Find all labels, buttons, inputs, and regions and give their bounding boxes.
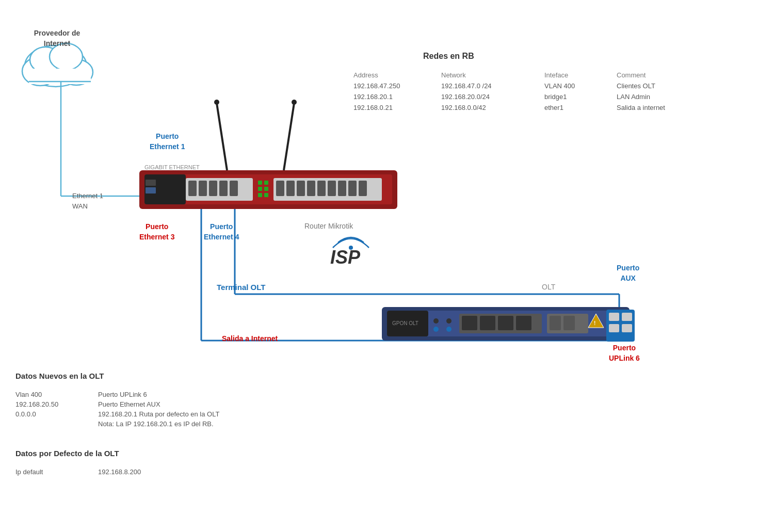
router-mikrotik-label: Router Mikrotik <box>304 222 353 230</box>
puerto-ethernet1-label: Puerto Ethernet 1 <box>150 132 185 152</box>
terminal-olt-label: Terminal OLT <box>217 283 265 292</box>
net-row1-network: 192.168.47.0 /24 <box>439 80 542 91</box>
datos-nuevos-label-3 <box>15 420 88 428</box>
svg-rect-34 <box>359 181 367 196</box>
svg-rect-22 <box>264 187 268 191</box>
puerto-aux-label: Puerto AUX <box>617 263 639 283</box>
svg-text:GPON OLT: GPON OLT <box>392 320 418 326</box>
svg-rect-21 <box>258 187 262 191</box>
diagram-area: GIGABIT ETHERNET GPON OLT <box>0 0 774 532</box>
net-row1-comment: Clientes OLT <box>614 80 717 91</box>
svg-rect-27 <box>286 181 295 196</box>
svg-rect-32 <box>338 181 346 196</box>
datos-nuevos-title: Datos Nuevos en la OLT <box>15 372 219 380</box>
svg-line-35 <box>217 103 227 170</box>
svg-rect-18 <box>230 181 238 196</box>
svg-rect-67 <box>609 313 619 321</box>
redes-en-rb-title: Redes en RB <box>423 52 474 61</box>
svg-rect-60 <box>516 316 531 330</box>
svg-rect-50 <box>387 311 428 336</box>
svg-point-52 <box>433 318 439 324</box>
svg-rect-62 <box>550 316 561 330</box>
svg-rect-59 <box>498 316 513 330</box>
svg-rect-66 <box>606 310 635 342</box>
net-row2-address: 192.168.20.1 <box>351 91 439 102</box>
salida-internet-label: Salida a Internet <box>222 334 278 343</box>
svg-rect-24 <box>264 193 268 197</box>
datos-nuevos-label-0: Vlan 400 <box>15 391 88 398</box>
svg-rect-20 <box>264 181 268 185</box>
svg-rect-58 <box>480 316 495 330</box>
datos-nuevos-value-1: Puerto Ethernet AUX <box>98 400 219 408</box>
svg-rect-63 <box>563 316 575 330</box>
cloud-label: Proveedor de Internet <box>20 28 94 49</box>
net-row2-comment: LAN Admin <box>614 91 717 102</box>
net-header-interface: Inteface <box>542 70 614 80</box>
puerto-ethernet3-label: Puerto Ethernet 3 <box>139 222 174 242</box>
net-row3-network: 192.168.0.0/42 <box>439 102 542 113</box>
svg-point-3 <box>30 47 61 73</box>
puerto-uplink6-label: Puerto UPLink 6 <box>609 343 640 363</box>
datos-defecto-title: Datos por Defecto de la OLT <box>15 449 141 458</box>
net-row1-address: 192.168.47.250 <box>351 80 439 91</box>
svg-rect-49 <box>387 311 624 336</box>
svg-rect-28 <box>297 181 305 196</box>
datos-defecto-label-0: Ip default <box>15 468 88 476</box>
svg-rect-26 <box>276 181 284 196</box>
datos-nuevos-label-2: 0.0.0.0 <box>15 410 88 418</box>
svg-rect-31 <box>328 181 336 196</box>
svg-point-55 <box>446 327 452 332</box>
datos-defecto-value-0: 192.168.8.200 <box>98 468 141 476</box>
isp-label: ISP <box>330 247 360 268</box>
svg-rect-61 <box>547 314 588 333</box>
net-header-network: Network <box>439 70 542 80</box>
svg-rect-68 <box>622 313 632 321</box>
svg-point-1 <box>22 57 58 86</box>
svg-rect-30 <box>317 181 326 196</box>
svg-rect-39 <box>146 180 156 186</box>
net-row2-interface: bridge1 <box>542 91 614 102</box>
svg-rect-16 <box>209 181 217 196</box>
svg-point-54 <box>446 318 452 324</box>
net-row1-interface: VLAN 400 <box>542 80 614 91</box>
svg-text:!: ! <box>594 320 595 326</box>
svg-rect-29 <box>307 181 315 196</box>
puerto-ethernet4-label: Puerto Ethernet 4 <box>204 222 239 242</box>
net-row3-comment: Salida a internet <box>614 102 717 113</box>
svg-rect-69 <box>609 324 619 332</box>
net-row2-network: 192.168.20.0/24 <box>439 91 542 102</box>
network-table: Address Network Inteface Comment 192.168… <box>351 70 717 113</box>
svg-marker-64 <box>588 314 604 328</box>
net-header-comment: Comment <box>614 70 717 80</box>
svg-rect-56 <box>459 314 542 333</box>
net-row3-address: 192.168.0.21 <box>351 102 439 113</box>
svg-rect-14 <box>188 181 197 196</box>
datos-nuevos-section: Datos Nuevos en la OLT Vlan 400 Puerto U… <box>15 372 219 428</box>
svg-rect-40 <box>146 187 156 194</box>
svg-rect-10 <box>139 170 397 209</box>
svg-point-38 <box>292 100 297 105</box>
svg-rect-57 <box>462 316 477 330</box>
svg-rect-23 <box>258 193 262 197</box>
svg-rect-13 <box>186 178 253 201</box>
svg-point-36 <box>214 100 219 105</box>
svg-rect-48 <box>382 307 630 341</box>
svg-rect-25 <box>273 178 382 201</box>
svg-point-0 <box>25 45 87 87</box>
svg-rect-5 <box>29 69 91 84</box>
svg-text:GIGABIT ETHERNET: GIGABIT ETHERNET <box>144 164 200 170</box>
net-header-address: Address <box>351 70 439 80</box>
svg-point-2 <box>60 59 93 85</box>
svg-rect-12 <box>144 174 186 204</box>
datos-defecto-section: Datos por Defecto de la OLT Ip default 1… <box>15 449 141 476</box>
datos-nuevos-value-0: Puerto UPLink 6 <box>98 391 219 398</box>
net-row3-interface: ether1 <box>542 102 614 113</box>
svg-point-53 <box>433 327 439 332</box>
datos-nuevos-value-3: Nota: La IP 192.168.20.1 es IP del RB. <box>98 420 219 428</box>
ethernet1-wan-label: Ethernet 1 WAN <box>72 191 103 211</box>
svg-rect-11 <box>144 174 392 204</box>
svg-rect-17 <box>219 181 228 196</box>
svg-rect-70 <box>622 324 632 332</box>
svg-line-37 <box>284 103 294 170</box>
svg-rect-19 <box>258 181 262 185</box>
